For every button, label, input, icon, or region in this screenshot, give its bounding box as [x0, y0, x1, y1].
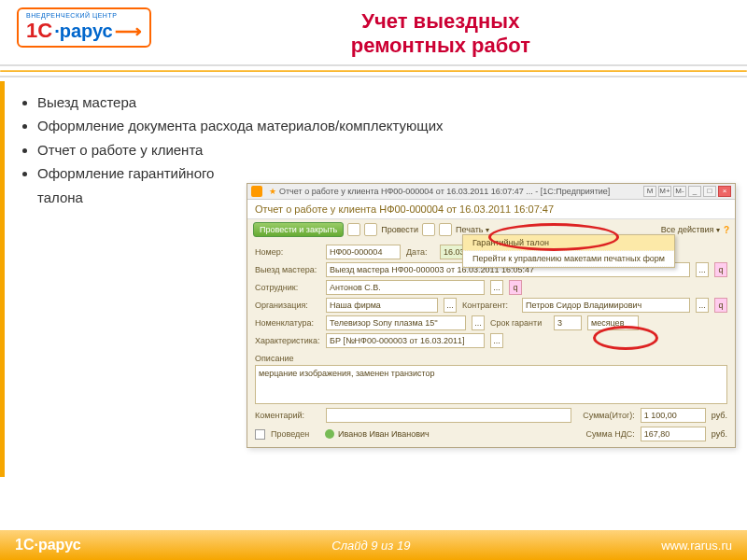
lookup-button[interactable]: ... — [490, 333, 503, 348]
list-item: Отчет о работе у клиента — [37, 138, 444, 162]
nomen-field[interactable]: Телевизор Sony плазма 15'' — [326, 315, 466, 330]
logo-toptext: ВНЕДРЕНЧЕСКИЙ ЦЕНТР — [26, 12, 142, 19]
number-field[interactable]: НФ00-000004 — [326, 245, 401, 259]
print-dropdown: Гарантийный талон Перейти к управлению м… — [462, 234, 675, 268]
label-comment: Коментарий: — [255, 411, 320, 420]
menu-item-warranty[interactable]: Гарантийный талон — [463, 235, 674, 251]
label-held: Проведен — [271, 429, 319, 439]
slide-footer: 1С·рарус Слайд 9 из 19 www.rarus.ru — [0, 530, 747, 560]
slide-header: ВНЕДРЕНЧЕСКИЙ ЦЕНТР 1С ·рарус ⟶ Учет вые… — [0, 0, 747, 59]
app-icon — [251, 186, 262, 197]
label-sum: Сумма(Итог): — [577, 411, 635, 420]
slide-number: Слайд 9 из 19 — [81, 539, 662, 553]
all-actions-button[interactable]: Все действия ▾ — [661, 225, 720, 234]
char-field[interactable]: БР [№НФ00-000003 от 16.03.2011] — [326, 333, 485, 348]
org-field[interactable]: Наша фирма — [326, 298, 438, 313]
swoosh-icon: ⟶ — [115, 20, 142, 42]
label-vat: Сумма НДС: — [577, 429, 635, 439]
form-body: Номер: НФ00-000004 Дата: 16.03.2011 16:0… — [247, 240, 735, 447]
tool-icon[interactable] — [439, 223, 452, 236]
maximize-icon[interactable]: □ — [703, 186, 716, 197]
window-btn[interactable]: M — [643, 186, 656, 197]
warranty-num-field[interactable]: 3 — [554, 315, 582, 330]
select-button[interactable]: q — [509, 280, 522, 295]
submit-button[interactable]: Провести и закрыть — [253, 222, 344, 237]
window-btn[interactable]: M- — [673, 186, 686, 197]
lookup-button[interactable]: ... — [472, 315, 485, 330]
window-titlebar: ★ Отчет о работе у клиента НФ00-000004 о… — [247, 184, 735, 200]
chevron-down-icon: ▾ — [486, 226, 489, 234]
window-btn[interactable]: M+ — [658, 186, 671, 197]
label-nomen: Номенклатура: — [255, 318, 320, 328]
logo: ВНЕДРЕНЧЕСКИЙ ЦЕНТР 1С ·рарус ⟶ — [17, 7, 151, 48]
list-item: Оформление документа расхода материалов/… — [37, 114, 444, 138]
lookup-button[interactable]: ... — [696, 298, 709, 313]
label-description: Описание — [255, 354, 320, 363]
warranty-unit-field[interactable]: месяцев — [587, 315, 639, 330]
lookup-button[interactable]: ... — [490, 280, 503, 295]
toolbar: Провести и закрыть Провести Печать ▾ Все… — [247, 219, 735, 240]
menu-item-templates[interactable]: Перейти к управлению макетами печатных ф… — [463, 251, 674, 267]
user-icon — [325, 429, 334, 439]
description-textarea[interactable]: мерцание изображения, заменен транзистор — [255, 365, 727, 404]
select-button[interactable]: q — [714, 298, 727, 313]
label-org: Организация: — [255, 301, 320, 310]
window-title: Отчет о работе у клиента НФ00-000004 от … — [279, 187, 643, 196]
doc-icon[interactable] — [364, 223, 377, 236]
label-trip: Выезд мастера: — [255, 265, 320, 274]
help-icon[interactable]: ? — [724, 225, 729, 235]
save-icon[interactable] — [347, 223, 360, 236]
footer-url: www.rarus.ru — [661, 539, 732, 553]
separator — [0, 64, 747, 77]
contragent-field[interactable]: Петров Сидор Владимирович — [522, 298, 690, 313]
label-date: Дата: — [406, 247, 434, 257]
employee-field[interactable]: Антонов С.В. — [326, 280, 485, 295]
star-icon[interactable]: ★ — [269, 187, 276, 196]
label-contragent: Контрагент: — [462, 301, 516, 310]
user-name: Иванов Иван Иванович — [338, 429, 430, 439]
list-item: Оформление гарантийного талона — [37, 161, 243, 209]
close-icon[interactable]: × — [718, 186, 731, 197]
list-item: Выезд мастера — [37, 91, 444, 115]
conduct-button[interactable]: Провести — [381, 225, 418, 234]
document-title: Отчет о работе у клиента НФ00-000004 от … — [247, 200, 735, 219]
vat-field: 167,80 — [641, 427, 706, 441]
minimize-icon[interactable]: _ — [688, 186, 701, 197]
lookup-button[interactable]: ... — [444, 298, 457, 313]
logo-1c: 1С — [26, 19, 52, 43]
label-number: Номер: — [255, 247, 320, 257]
logo-rarus: ·рарус — [54, 21, 113, 42]
app-window: ★ Отчет о работе у клиента НФ00-000004 о… — [247, 183, 736, 448]
accent-bar — [0, 81, 5, 477]
footer-logo: 1С·рарус — [15, 537, 81, 553]
label-char: Характеристика: — [255, 336, 320, 345]
print-button[interactable]: Печать ▾ — [456, 225, 489, 234]
label-warranty: Срок гаранти — [490, 318, 548, 328]
sum-field: 1 100,00 — [641, 408, 706, 423]
slide-title: Учет выездных ремонтных работ — [151, 9, 730, 59]
currency-label: руб. — [712, 429, 727, 439]
tool-icon[interactable] — [422, 223, 435, 236]
select-button[interactable]: q — [714, 262, 727, 277]
comment-field[interactable] — [326, 408, 571, 423]
lookup-button[interactable]: ... — [696, 262, 709, 277]
currency-label: руб. — [712, 411, 727, 420]
label-employee: Сотрудник: — [255, 283, 320, 292]
held-checkbox[interactable] — [255, 429, 265, 440]
